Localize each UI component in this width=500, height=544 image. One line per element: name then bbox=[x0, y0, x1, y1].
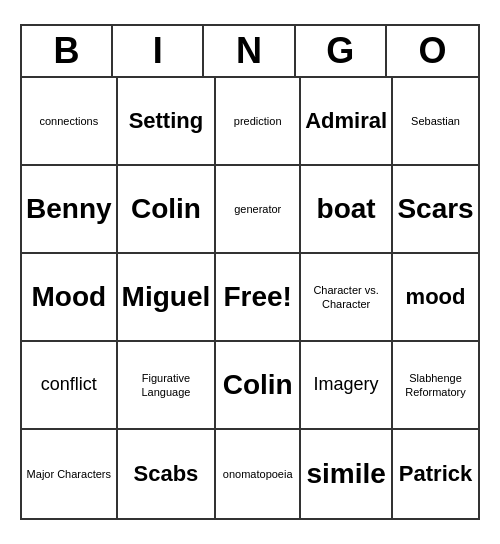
bingo-cell: boat bbox=[301, 166, 393, 254]
bingo-cell: simile bbox=[301, 430, 393, 518]
bingo-cell: Colin bbox=[118, 166, 217, 254]
cell-label: Major Characters bbox=[27, 467, 111, 481]
bingo-cell: onomatopoeia bbox=[216, 430, 301, 518]
bingo-cell: Imagery bbox=[301, 342, 393, 430]
bingo-cell: Scars bbox=[393, 166, 478, 254]
bingo-cell: Character vs. Character bbox=[301, 254, 393, 342]
bingo-cell: Patrick bbox=[393, 430, 478, 518]
bingo-cell: Figurative Language bbox=[118, 342, 217, 430]
cell-label: Figurative Language bbox=[122, 371, 211, 400]
cell-label: boat bbox=[317, 191, 376, 227]
header-letter: N bbox=[204, 26, 295, 76]
bingo-card: BINGO connectionsSettingpredictionAdmira… bbox=[20, 24, 480, 520]
cell-label: Sebastian bbox=[411, 114, 460, 128]
cell-label: Admiral bbox=[305, 107, 387, 136]
bingo-cell: Major Characters bbox=[22, 430, 118, 518]
cell-label: Mood bbox=[31, 279, 106, 315]
bingo-cell: Miguel bbox=[118, 254, 217, 342]
cell-label: mood bbox=[406, 283, 466, 312]
cell-label: conflict bbox=[41, 373, 97, 396]
bingo-cell: Scabs bbox=[118, 430, 217, 518]
cell-label: onomatopoeia bbox=[223, 467, 293, 481]
cell-label: Colin bbox=[223, 367, 293, 403]
bingo-cell: Benny bbox=[22, 166, 118, 254]
bingo-grid: connectionsSettingpredictionAdmiralSebas… bbox=[22, 78, 478, 518]
header-letter: B bbox=[22, 26, 113, 76]
bingo-cell: Admiral bbox=[301, 78, 393, 166]
cell-label: Imagery bbox=[314, 373, 379, 396]
bingo-cell: conflict bbox=[22, 342, 118, 430]
cell-label: generator bbox=[234, 202, 281, 216]
cell-label: simile bbox=[306, 456, 385, 492]
bingo-header: BINGO bbox=[22, 26, 478, 78]
bingo-cell: generator bbox=[216, 166, 301, 254]
cell-label: Setting bbox=[129, 107, 204, 136]
bingo-cell: connections bbox=[22, 78, 118, 166]
cell-label: Character vs. Character bbox=[305, 283, 387, 312]
bingo-cell: Colin bbox=[216, 342, 301, 430]
cell-label: prediction bbox=[234, 114, 282, 128]
cell-label: Miguel bbox=[122, 279, 211, 315]
cell-label: Scars bbox=[397, 191, 473, 227]
cell-label: Slabhenge Reformatory bbox=[397, 371, 474, 400]
cell-label: Colin bbox=[131, 191, 201, 227]
header-letter: I bbox=[113, 26, 204, 76]
bingo-cell: Free! bbox=[216, 254, 301, 342]
cell-label: connections bbox=[39, 114, 98, 128]
bingo-cell: Setting bbox=[118, 78, 217, 166]
bingo-cell: mood bbox=[393, 254, 478, 342]
bingo-cell: prediction bbox=[216, 78, 301, 166]
bingo-cell: Mood bbox=[22, 254, 118, 342]
header-letter: O bbox=[387, 26, 478, 76]
cell-label: Patrick bbox=[399, 460, 472, 489]
cell-label: Scabs bbox=[134, 460, 199, 489]
bingo-cell: Sebastian bbox=[393, 78, 478, 166]
bingo-cell: Slabhenge Reformatory bbox=[393, 342, 478, 430]
cell-label: Benny bbox=[26, 191, 112, 227]
cell-label: Free! bbox=[223, 279, 291, 315]
header-letter: G bbox=[296, 26, 387, 76]
